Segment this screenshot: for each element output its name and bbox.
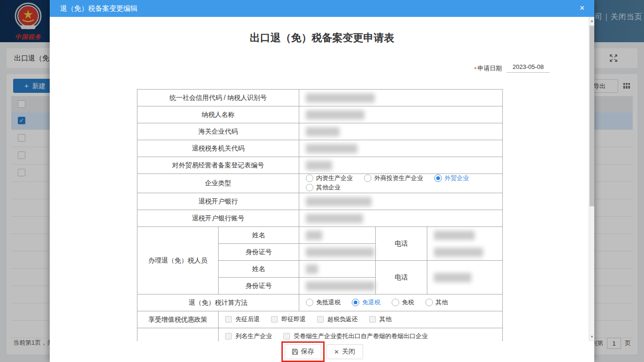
field-value [299, 140, 503, 157]
form-row: 退税开户银行 [137, 193, 503, 210]
checkbox-icon [225, 333, 232, 339]
personnel-label: 办理退（免）税人员 [137, 227, 219, 294]
redacted-value [434, 231, 475, 240]
scroll-up-icon[interactable]: ▲ [589, 18, 594, 24]
checkbox-levy-refund-immediate[interactable]: 即征即退 [271, 315, 306, 324]
radio-icon [306, 299, 313, 306]
checkbox-refund-after-levy[interactable]: 先征后退 [225, 315, 260, 324]
apply-date-input[interactable]: 2023-05-08 [507, 63, 550, 73]
redacted-value [306, 93, 375, 103]
redacted-value [434, 248, 483, 257]
radio-other-enterprise[interactable]: 其他企业 [306, 183, 341, 192]
field-value [299, 106, 503, 123]
phone-value [427, 261, 503, 294]
redacted-value [306, 127, 340, 136]
phone-value [427, 227, 503, 261]
phone-label: 电话 [376, 227, 427, 261]
phone-label: 电话 [376, 261, 427, 294]
radio-icon [425, 299, 433, 306]
radio-foreign-trade[interactable]: 外贸企业 [434, 174, 469, 182]
form-row: 退税税务机关代码 [137, 140, 503, 157]
field-label: 退（免）税计算方法 [137, 294, 299, 311]
redacted-value [306, 248, 374, 257]
edit-dialog: 退（免）税备案变更编辑 × 出口退（免）税备案变更申请表 * 申请日期 2023… [50, 0, 594, 362]
required-mark: * [474, 66, 477, 73]
save-icon [292, 348, 298, 355]
sub-label: 姓名 [219, 261, 299, 278]
field-label: 享受增值税优惠政策 [137, 311, 219, 328]
extra-options: 列名生产企业 受卷烟生产企业委托出口自产卷烟的卷烟出口企业 [219, 328, 503, 342]
calc-method-options: 免抵退税 免退税 免税 其他 [299, 294, 503, 311]
field-label: 企业类型 [137, 174, 299, 193]
radio-icon [306, 174, 313, 182]
app-root: 中国税务 司｜关闭当页 出口退（免） +新建 导出 [0, 0, 644, 362]
field-label: 退税开户银行账号 [137, 210, 299, 227]
dialog-title: 退（免）税备案变更编辑 [60, 4, 137, 12]
field-label: 退税税务机关代码 [137, 140, 299, 157]
form-row: 纳税人名称 [137, 106, 503, 123]
form-row-enterprise-type: 企业类型 内资生产企业 外商投资生产企业 外贸企业 其他企业 [137, 174, 503, 193]
save-button-label: 保存 [301, 347, 314, 356]
radio-domestic-producer[interactable]: 内资生产企业 [306, 174, 353, 182]
redacted-value [306, 281, 375, 291]
field-label: 海关企业代码 [137, 123, 299, 140]
redacted-value [306, 161, 332, 170]
form-row-calc-method: 退（免）税计算方法 免抵退税 免退税 免税 其他 [137, 294, 503, 311]
field-label: 纳税人名称 [137, 106, 299, 123]
checkbox-icon [225, 316, 232, 323]
field-label: 统一社会信用代码 / 纳税人识别号 [137, 90, 299, 106]
modal-scrollbar[interactable]: ▲ ▼ [589, 17, 594, 341]
form-row-vat-policy: 享受增值税优惠政策 先征后退 即征即退 超税负返还 其他 [137, 311, 503, 328]
field-value [299, 157, 503, 174]
field-label: 对外贸易经营者备案登记表编号 [137, 157, 299, 174]
form-row: 统一社会信用代码 / 纳税人识别号 [137, 90, 503, 106]
scrollbar-thumb[interactable] [590, 26, 594, 206]
radio-icon [434, 174, 442, 182]
dialog-footer: 保存 ✕ 关闭 [50, 341, 594, 362]
form-row: 对外贸易经营者备案登记表编号 [137, 157, 503, 174]
field-value [299, 193, 503, 210]
field-value [299, 261, 376, 278]
checkbox-excess-burden-return[interactable]: 超税负返还 [317, 315, 358, 324]
checkbox-icon [271, 316, 278, 323]
radio-icon [364, 174, 371, 182]
save-button[interactable]: 保存 [285, 344, 321, 359]
redacted-value [306, 144, 357, 153]
radio-other-method[interactable]: 其他 [425, 298, 448, 307]
close-button[interactable]: ✕ 关闭 [326, 344, 363, 359]
redacted-value [306, 264, 318, 274]
radio-exempt-credit-refund[interactable]: 免抵退税 [306, 298, 341, 307]
field-value [299, 244, 376, 261]
field-label [137, 328, 219, 342]
dialog-titlebar: 退（免）税备案变更编辑 × [50, 0, 594, 17]
annotation-highlight: 保存 [281, 341, 325, 362]
close-icon[interactable]: × [576, 0, 588, 17]
field-value [299, 90, 503, 106]
checkbox-icon [317, 316, 324, 323]
radio-icon [306, 184, 313, 191]
scroll-down-icon[interactable]: ▼ [589, 334, 594, 340]
close-x-icon: ✕ [334, 348, 339, 355]
radio-exempt-refund[interactable]: 免退税 [352, 298, 380, 307]
radio-exempt[interactable]: 免税 [392, 298, 414, 307]
field-value [299, 210, 503, 227]
field-value [299, 227, 376, 244]
form-row-personnel: 办理退（免）税人员 姓名 电话 [137, 227, 503, 244]
application-form-table: 统一社会信用代码 / 纳税人识别号 纳税人名称 海关企业代码 退税税务机关代码 … [137, 89, 503, 341]
apply-date-row: * 申请日期 2023-05-08 [474, 63, 550, 73]
radio-icon [392, 299, 399, 306]
apply-date-label: 申请日期 [477, 64, 502, 73]
radio-foreign-invested-producer[interactable]: 外商投资生产企业 [364, 174, 423, 182]
checkbox-cigarette-exporter[interactable]: 受卷烟生产企业委托出口自产卷烟的卷烟出口企业 [283, 332, 428, 340]
checkbox-other-policy[interactable]: 其他 [369, 315, 392, 324]
redacted-value [434, 273, 471, 282]
checkbox-listed-producer[interactable]: 列名生产企业 [225, 332, 272, 340]
radio-icon [352, 299, 359, 306]
redacted-value [306, 231, 322, 240]
form-title: 出口退（免）税备案变更申请表 [50, 31, 594, 45]
vat-policy-options: 先征后退 即征即退 超税负返还 其他 [219, 311, 503, 328]
field-label: 退税开户银行 [137, 193, 299, 210]
field-value [299, 123, 503, 140]
enterprise-type-options: 内资生产企业 外商投资生产企业 外贸企业 其他企业 [299, 174, 503, 193]
sub-label: 身份证号 [219, 244, 299, 261]
